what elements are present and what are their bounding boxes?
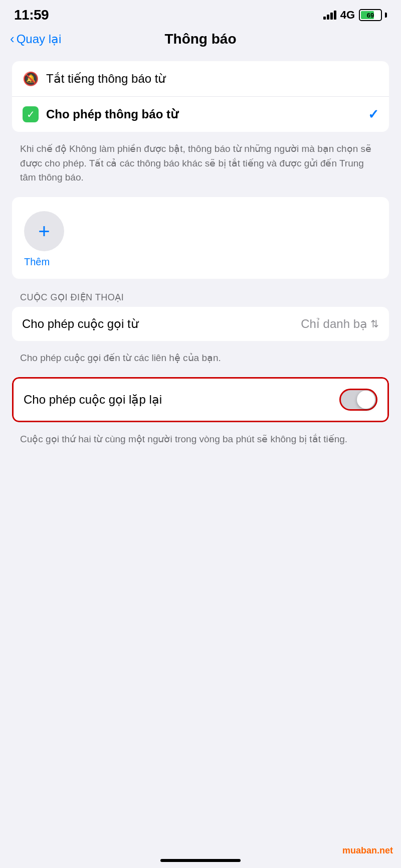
allow-calls-value: Chỉ danh bạ: [301, 317, 367, 331]
watermark: muaban.net: [342, 845, 393, 856]
repeat-calls-row[interactable]: Cho phép cuộc gọi lặp lại: [12, 377, 389, 422]
green-shield-icon: ✓: [23, 106, 39, 122]
calls-settings-group: Cho phép cuộc gọi từ Chỉ danh bạ ⇅: [12, 307, 389, 341]
allow-label: Cho phép thông báo từ: [46, 107, 368, 121]
mute-icon-container: 🔕: [22, 70, 39, 87]
battery-box: 69: [359, 9, 382, 21]
back-button[interactable]: ‹ Quay lại: [10, 32, 61, 46]
allow-calls-label: Cho phép cuộc gọi từ: [22, 317, 301, 331]
notification-settings-group: 🔕 Tắt tiếng thông báo từ ✓ Cho phép thôn…: [12, 61, 389, 132]
repeat-calls-description: Cuộc gọi thứ hai từ cùng một người trong…: [12, 427, 389, 447]
network-label: 4G: [340, 9, 355, 22]
back-chevron-icon: ‹: [10, 32, 15, 45]
notifications-description: Khi chế độ Không làm phiền được bật, thô…: [12, 137, 389, 193]
repeat-calls-group: Cho phép cuộc gọi lặp lại: [12, 377, 389, 422]
mute-label: Tắt tiếng thông báo từ: [46, 72, 379, 86]
add-person-card: + Thêm: [12, 197, 389, 279]
back-label: Quay lại: [17, 32, 62, 46]
page-title: Thông báo: [164, 31, 236, 47]
battery-tip: [385, 13, 387, 18]
home-indicator: [160, 859, 241, 862]
allow-notifications-row[interactable]: ✓ Cho phép thông báo từ ✓: [12, 97, 389, 132]
add-person-button[interactable]: +: [24, 211, 64, 251]
chevron-updown-icon: ⇅: [370, 318, 379, 330]
repeat-calls-toggle[interactable]: [339, 389, 377, 411]
status-time: 11:59: [14, 7, 49, 23]
signal-bar-2: [327, 15, 329, 20]
main-content: 🔕 Tắt tiếng thông báo từ ✓ Cho phép thôn…: [0, 55, 401, 453]
signal-bar-1: [323, 17, 326, 20]
status-bar: 11:59 4G 69: [0, 0, 401, 26]
repeat-calls-label: Cho phép cuộc gọi lặp lại: [24, 393, 339, 407]
status-icons: 4G 69: [323, 9, 387, 22]
mute-notifications-row[interactable]: 🔕 Tắt tiếng thông báo từ: [12, 61, 389, 97]
signal-icon: [323, 11, 336, 20]
battery-level: 69: [360, 12, 381, 19]
mute-bell-icon: 🔕: [23, 71, 39, 87]
allow-calls-row[interactable]: Cho phép cuộc gọi từ Chỉ danh bạ ⇅: [12, 307, 389, 341]
allow-calls-value-container: Chỉ danh bạ ⇅: [301, 317, 379, 331]
allow-icon-container: ✓: [22, 106, 39, 123]
calls-section-header: CUỘC GỌI ĐIỆN THOẠI: [12, 284, 389, 307]
toggle-track: [339, 389, 377, 411]
battery-container: 69: [359, 9, 387, 21]
add-person-label: Thêm: [24, 256, 50, 268]
allow-calls-description: Cho phép cuộc gọi đến từ các liên hệ của…: [12, 346, 389, 374]
toggle-thumb: [357, 391, 375, 409]
plus-icon: +: [38, 221, 50, 241]
checkmark-icon: ✓: [368, 107, 379, 122]
signal-bar-4: [334, 11, 336, 20]
nav-header: ‹ Quay lại Thông báo: [0, 26, 401, 55]
signal-bar-3: [330, 13, 333, 20]
